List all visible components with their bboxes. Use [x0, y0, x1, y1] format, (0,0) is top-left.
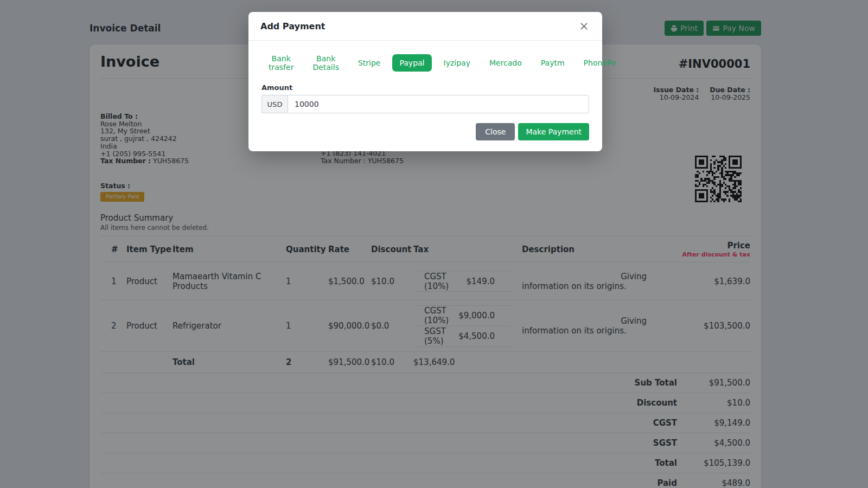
close-icon[interactable] [579, 21, 589, 31]
tab-stripe[interactable]: Stripe [351, 54, 388, 72]
tab-paypal[interactable]: Paypal [392, 54, 431, 72]
tab-bank-transfer[interactable]: Bank trasfer [261, 50, 301, 76]
add-payment-modal: Add Payment Bank trasfer Bank Details St… [248, 12, 602, 151]
make-payment-button[interactable]: Make Payment [518, 123, 589, 140]
amount-input[interactable] [288, 95, 589, 113]
tab-mercado[interactable]: Mercado [482, 54, 529, 72]
tab-paytm[interactable]: Paytm [534, 54, 572, 72]
currency-prefix: USD [261, 95, 288, 113]
modal-title: Add Payment [260, 21, 325, 31]
tab-iyzipay[interactable]: Iyzipay [437, 54, 477, 72]
amount-label: Amount [261, 84, 589, 92]
tab-bank-details[interactable]: Bank Details [305, 50, 346, 76]
payment-method-tabs: Bank trasfer Bank Details Stripe Paypal … [261, 50, 589, 76]
close-button[interactable]: Close [476, 123, 515, 140]
tab-phonepe[interactable]: PhonePe [577, 54, 623, 72]
